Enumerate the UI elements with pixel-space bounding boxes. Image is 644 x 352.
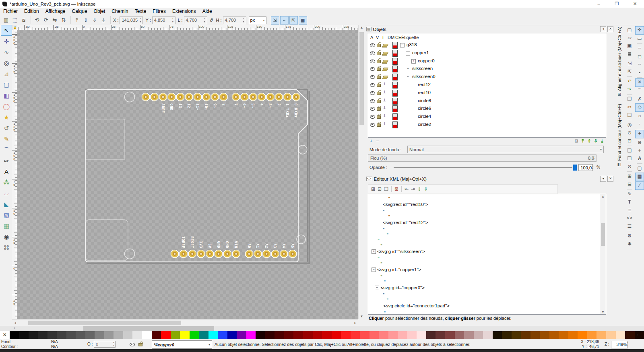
- xml-node-text[interactable]: ": [368, 243, 599, 249]
- menu-texte[interactable]: Texte: [132, 8, 150, 15]
- lower-icon[interactable]: ⇩: [91, 16, 99, 24]
- xml-node-element[interactable]: <svg:rect id="rect10">: [368, 202, 599, 209]
- visibility-eye-icon[interactable]: [370, 123, 375, 127]
- object-label[interactable]: circle2: [418, 122, 431, 127]
- palette-swatch[interactable]: [246, 331, 256, 339]
- menu-fichier[interactable]: Fichier: [0, 8, 21, 15]
- visibility-eye-icon[interactable]: [370, 99, 375, 103]
- preferences-icon[interactable]: ✱: [625, 240, 634, 248]
- xml-node-text[interactable]: ": [368, 297, 599, 303]
- highlight-color-swatch[interactable]: [392, 113, 398, 120]
- xml-panel-close-button[interactable]: ✕: [607, 176, 613, 182]
- palette-none-swatch[interactable]: ✕: [0, 331, 10, 339]
- palette-swatch[interactable]: [104, 331, 114, 339]
- lock-ratio-icon[interactable]: ∂: [208, 16, 216, 24]
- bucket-tool[interactable]: ◣: [1, 199, 12, 210]
- palette-swatch[interactable]: [95, 331, 104, 339]
- snap-bbox-corners-icon[interactable]: ◻: [636, 53, 644, 60]
- snap-rotation-centers-icon[interactable]: +: [636, 147, 644, 154]
- flip-vertical-icon[interactable]: ⇅: [60, 16, 68, 24]
- palette-swatch[interactable]: [341, 331, 351, 339]
- xml-delete-node[interactable]: ⊠: [394, 186, 398, 192]
- box3d-tool[interactable]: ◧: [1, 90, 12, 101]
- palette-swatch[interactable]: [47, 331, 57, 339]
- lock-icon[interactable]: [377, 107, 381, 111]
- node-tool[interactable]: ✛: [1, 36, 12, 47]
- document-properties-icon[interactable]: ⚙: [625, 232, 634, 240]
- palette-swatch[interactable]: [256, 331, 265, 339]
- eraser-tool[interactable]: ▱: [1, 188, 12, 199]
- palette-swatch[interactable]: [530, 331, 540, 339]
- snap-midpoints-icon[interactable]: ∙: [636, 120, 644, 128]
- palette-swatch[interactable]: [180, 331, 190, 339]
- move-to-bottom-button[interactable]: ⤓: [599, 138, 605, 144]
- save-document-icon[interactable]: ▣: [625, 42, 634, 50]
- pencil-tool[interactable]: ✎: [1, 134, 12, 144]
- palette-swatch[interactable]: [10, 331, 19, 339]
- xml-node-text[interactable]: ": [368, 196, 599, 202]
- text-dialog-icon[interactable]: T: [625, 198, 634, 206]
- palette-swatch[interactable]: [208, 331, 218, 339]
- palette-swatch[interactable]: [587, 331, 597, 339]
- collapse-icon[interactable]: −: [406, 51, 410, 56]
- selector-tool[interactable]: ↖: [1, 25, 12, 36]
- menu-chemin[interactable]: Chemin: [108, 8, 131, 15]
- ellipse-tool[interactable]: ◯: [1, 101, 12, 112]
- palette-swatch[interactable]: [578, 331, 587, 339]
- palette-swatch[interactable]: [161, 331, 171, 339]
- star-tool[interactable]: ★: [1, 112, 12, 123]
- highlight-color-swatch[interactable]: [392, 58, 398, 65]
- blur-spinner[interactable]: ▴▾: [593, 155, 594, 160]
- rotate-ccw-icon[interactable]: ⟲: [33, 16, 41, 24]
- menu-aide[interactable]: Aide: [199, 8, 215, 15]
- object-label[interactable]: rect10: [418, 90, 431, 95]
- object-label[interactable]: rect12: [418, 82, 431, 87]
- bezier-tool[interactable]: ⌒: [1, 144, 12, 155]
- expand-icon[interactable]: +: [411, 59, 416, 64]
- palette-swatch[interactable]: [218, 331, 227, 339]
- zoom-page-icon[interactable]: ⊡: [625, 137, 634, 145]
- xml-node-text[interactable]: ": [368, 238, 599, 243]
- highlight-color-swatch[interactable]: [392, 74, 398, 80]
- zoom-field[interactable]: 349%: [611, 341, 628, 348]
- opacity-slider[interactable]: [394, 167, 572, 168]
- snap-others-icon[interactable]: ✦: [635, 130, 644, 138]
- palette-swatch[interactable]: [303, 331, 313, 339]
- snap-bbox-edge-midpoints-icon[interactable]: ╌: [636, 61, 644, 68]
- import-icon[interactable]: ⇲: [625, 60, 634, 68]
- snap-page-border-icon[interactable]: ▢: [636, 165, 644, 172]
- lock-icon[interactable]: [377, 60, 381, 63]
- zoom-selection-icon[interactable]: ◎: [625, 121, 634, 129]
- palette-swatch[interactable]: [559, 331, 568, 339]
- palette-swatch[interactable]: [29, 331, 38, 339]
- snap-nodes-icon[interactable]: ✕: [635, 78, 644, 87]
- highlight-color-swatch[interactable]: [392, 98, 398, 105]
- xml-node-element[interactable]: <svg:rect id="rect12">: [368, 220, 599, 227]
- print-icon[interactable]: ≣: [625, 50, 634, 58]
- minimize-button[interactable]: –: [590, 0, 608, 8]
- objects-tree-row[interactable]: +silkscreen: [368, 65, 606, 73]
- palette-swatch[interactable]: [502, 331, 512, 339]
- objects-tree-row[interactable]: ⊥circle4: [368, 113, 606, 121]
- deselect-icon[interactable]: ⧇: [20, 16, 28, 24]
- palette-swatch[interactable]: [597, 331, 606, 339]
- zoom-spinner[interactable]: ▴▾: [627, 341, 628, 347]
- snap-paths-icon[interactable]: ⌒: [636, 87, 644, 95]
- open-document-icon[interactable]: ▱: [625, 34, 634, 42]
- objects-tree-row[interactable]: −copper1: [368, 49, 606, 57]
- highlight-color-swatch[interactable]: [392, 90, 398, 97]
- palette-swatch[interactable]: [436, 331, 445, 339]
- move-to-top-button[interactable]: ⤒: [580, 138, 586, 144]
- xml-node-text[interactable]: ": [368, 256, 599, 261]
- raise-to-top-icon[interactable]: ⤒: [73, 16, 81, 24]
- xml-node-text[interactable]: ": [368, 209, 599, 214]
- snap-text-baselines-icon[interactable]: A: [636, 155, 644, 163]
- visibility-eye-icon[interactable]: [370, 83, 375, 87]
- collapse-icon[interactable]: −: [400, 43, 405, 47]
- objects-panel-close-button[interactable]: ✕: [607, 26, 613, 32]
- palette-scroll-right-icon[interactable]: ›: [634, 331, 641, 339]
- gradient-tool[interactable]: ▧: [1, 210, 12, 220]
- close-button[interactable]: ✕: [626, 0, 644, 8]
- snap-bbox-centers-icon[interactable]: ▪: [636, 69, 644, 76]
- xml-node-text[interactable]: ": [368, 292, 599, 298]
